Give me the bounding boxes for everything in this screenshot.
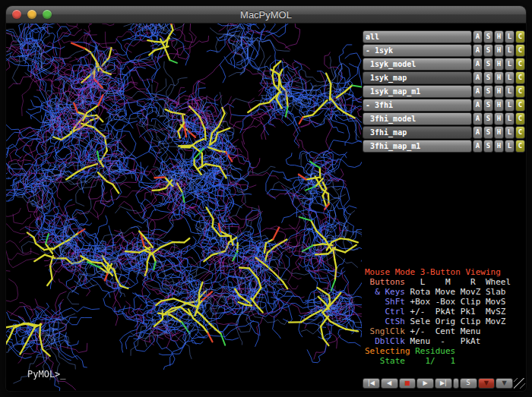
- minimize-button[interactable]: [27, 10, 36, 19]
- object-list: allASHLC- 1sykASHLC 1syk_modelASHLC 1syk…: [363, 24, 525, 153]
- object-c-menu-button[interactable]: C: [515, 71, 525, 84]
- scene-button[interactable]: S: [460, 378, 477, 389]
- object-row: 3fhi_mapASHLC: [363, 126, 525, 139]
- object-c-menu-button[interactable]: C: [515, 85, 525, 98]
- object-c-menu-button[interactable]: C: [515, 126, 525, 139]
- object-h-menu-button[interactable]: H: [494, 58, 504, 71]
- molecule-viewport[interactable]: PyMOL>_: [6, 24, 362, 391]
- panel-menu-button[interactable]: ▼: [496, 378, 513, 389]
- object-s-menu-button[interactable]: S: [483, 58, 493, 71]
- object-l-menu-button[interactable]: L: [505, 30, 515, 43]
- mouse-panel-line: Ctrl +/- PkAt Pk1 MvSZ: [365, 307, 525, 317]
- command-prompt[interactable]: PyMOL>_: [27, 369, 66, 380]
- object-c-menu-button[interactable]: C: [515, 44, 525, 57]
- object-a-menu-button[interactable]: A: [473, 126, 483, 139]
- object-a-menu-button[interactable]: A: [473, 58, 483, 71]
- mouse-panel-line: ShFt +Box -Box Clip MovS: [365, 297, 525, 307]
- window-content: PyMOL>_ allASHLC- 1sykASHLC 1syk_modelAS…: [6, 24, 526, 391]
- object-row: 3fhi_modelASHLC: [363, 112, 525, 125]
- object-s-menu-button[interactable]: S: [483, 140, 493, 153]
- object-a-menu-button[interactable]: A: [473, 140, 483, 153]
- object-h-menu-button[interactable]: H: [494, 30, 504, 43]
- object-h-menu-button[interactable]: H: [494, 85, 504, 98]
- object-a-menu-button[interactable]: A: [473, 99, 483, 112]
- molecule-canvas[interactable]: [6, 24, 362, 391]
- object-c-menu-button[interactable]: C: [515, 140, 525, 153]
- object-name-button[interactable]: 3fhi_map: [363, 126, 472, 139]
- object-h-menu-button[interactable]: H: [494, 112, 504, 125]
- object-s-menu-button[interactable]: S: [483, 71, 493, 84]
- object-a-menu-button[interactable]: A: [473, 44, 483, 57]
- object-row: 1syk_mapASHLC: [363, 71, 525, 84]
- divider-button[interactable]: [453, 378, 459, 389]
- mouse-panel-line: SnglClk +/- Cent Menu: [365, 326, 525, 336]
- macpymol-window: MacPyMOL PyMOL>_ allASHLC- 1sykASHLC 1sy…: [6, 6, 526, 391]
- object-row: allASHLC: [363, 30, 525, 43]
- object-name-button[interactable]: 1syk_model: [363, 58, 472, 71]
- object-h-menu-button[interactable]: H: [494, 126, 504, 139]
- object-name-button[interactable]: - 1syk: [363, 44, 472, 57]
- object-name-button[interactable]: all: [363, 30, 472, 43]
- object-l-menu-button[interactable]: L: [505, 44, 515, 57]
- object-name-button[interactable]: - 3fhi: [363, 99, 472, 112]
- object-row: 1syk_modelASHLC: [363, 58, 525, 71]
- close-button[interactable]: [12, 10, 21, 19]
- object-row: 3fhi_map_m1ASHLC: [363, 140, 525, 153]
- object-a-menu-button[interactable]: A: [473, 85, 483, 98]
- object-l-menu-button[interactable]: L: [505, 58, 515, 71]
- traffic-lights: [12, 10, 52, 19]
- object-name-button[interactable]: 3fhi_model: [363, 112, 472, 125]
- object-h-menu-button[interactable]: H: [494, 71, 504, 84]
- object-name-button[interactable]: 1syk_map_m1: [363, 85, 472, 98]
- object-c-menu-button[interactable]: C: [515, 99, 525, 112]
- object-l-menu-button[interactable]: L: [505, 85, 515, 98]
- object-c-menu-button[interactable]: C: [515, 30, 525, 43]
- object-c-menu-button[interactable]: C: [515, 58, 525, 71]
- movie-menu-button[interactable]: ▼: [478, 378, 496, 389]
- stop-button[interactable]: ■: [399, 378, 416, 389]
- object-l-menu-button[interactable]: L: [505, 112, 515, 125]
- object-a-menu-button[interactable]: A: [473, 71, 483, 84]
- mouse-panel-line: Selecting Residues: [365, 346, 525, 356]
- object-row: - 3fhiASHLC: [363, 99, 525, 112]
- object-l-menu-button[interactable]: L: [505, 99, 515, 112]
- titlebar[interactable]: MacPyMOL: [6, 6, 526, 24]
- object-a-menu-button[interactable]: A: [473, 112, 483, 125]
- window-title: MacPyMOL: [6, 9, 526, 20]
- object-h-menu-button[interactable]: H: [494, 99, 504, 112]
- object-s-menu-button[interactable]: S: [483, 30, 493, 43]
- mouse-panel-line: DblClk Menu - PkAt: [365, 336, 525, 346]
- internal-gui-panel: allASHLC- 1sykASHLC 1syk_modelASHLC 1syk…: [362, 24, 526, 391]
- mouse-panel-line: Mouse Mode 3-Button Viewing: [365, 267, 525, 277]
- mouse-panel-line: Buttons L M R Wheel: [365, 277, 525, 287]
- zoom-button[interactable]: [43, 10, 52, 19]
- mouse-mode-panel: Mouse Mode 3-Button Viewing Buttons L M …: [363, 267, 525, 366]
- mouse-panel-line: & Keys Rota Move MovZ Slab: [365, 287, 525, 297]
- object-s-menu-button[interactable]: S: [483, 126, 493, 139]
- object-s-menu-button[interactable]: S: [483, 112, 493, 125]
- object-h-menu-button[interactable]: H: [494, 44, 504, 57]
- object-l-menu-button[interactable]: L: [505, 126, 515, 139]
- go-to-start-button[interactable]: |◀: [363, 378, 380, 389]
- object-s-menu-button[interactable]: S: [483, 85, 493, 98]
- object-name-button[interactable]: 1syk_map: [363, 71, 472, 84]
- go-to-end-button[interactable]: ▶|: [435, 378, 452, 389]
- object-h-menu-button[interactable]: H: [494, 140, 504, 153]
- object-s-menu-button[interactable]: S: [483, 44, 493, 57]
- object-l-menu-button[interactable]: L: [505, 71, 515, 84]
- mouse-panel-line: CtSh Sele Orig Clip MovZ: [365, 317, 525, 326]
- step-back-button[interactable]: ◀: [381, 378, 398, 389]
- vcr-controls: |◀◀■▶▶|S▼▼: [363, 378, 525, 389]
- object-c-menu-button[interactable]: C: [515, 112, 525, 125]
- object-row: - 1sykASHLC: [363, 44, 525, 57]
- resize-grip[interactable]: [514, 378, 525, 389]
- object-name-button[interactable]: 3fhi_map_m1: [363, 140, 472, 153]
- object-a-menu-button[interactable]: A: [473, 30, 483, 43]
- play-button[interactable]: ▶: [416, 378, 434, 389]
- mouse-panel-line: State 1/ 1: [365, 356, 525, 366]
- object-l-menu-button[interactable]: L: [505, 140, 515, 153]
- object-row: 1syk_map_m1ASHLC: [363, 85, 525, 98]
- object-s-menu-button[interactable]: S: [483, 99, 493, 112]
